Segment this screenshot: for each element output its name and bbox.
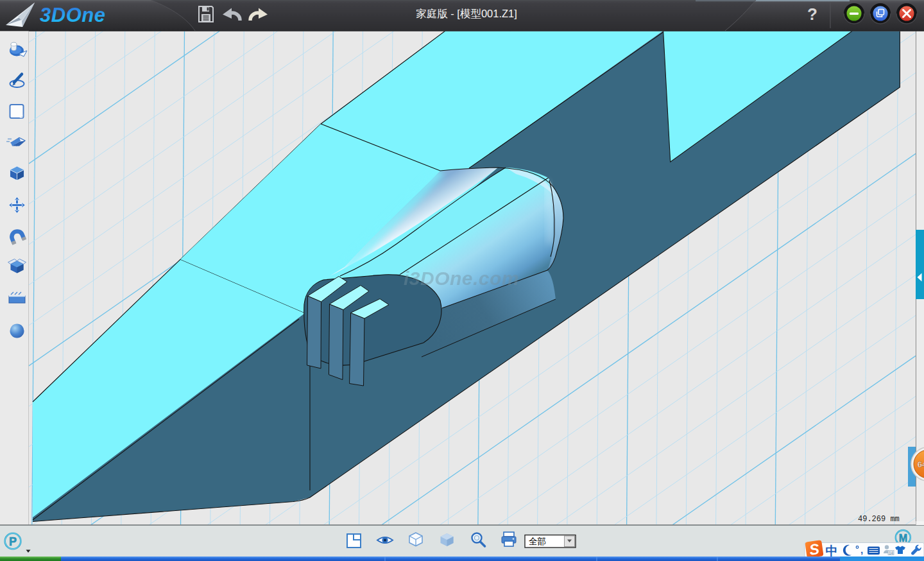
svg-text:M: M [899, 533, 907, 544]
svg-text:,: , [860, 544, 863, 555]
svg-text:家庭版 - [模型001.Z1]: 家庭版 - [模型001.Z1] [416, 8, 517, 19]
svg-text:64: 64 [918, 460, 924, 469]
svg-text:3DOne: 3DOne [40, 4, 105, 26]
svg-text:14: 14 [889, 551, 894, 555]
svg-text:全部: 全部 [529, 537, 546, 546]
svg-text:i3DOne.com: i3DOne.com [404, 268, 519, 289]
svg-text:P: P [9, 535, 17, 548]
svg-text:?: ? [807, 4, 817, 24]
svg-text:中: 中 [826, 544, 838, 558]
svg-text:49.269 mm: 49.269 mm [858, 515, 900, 524]
